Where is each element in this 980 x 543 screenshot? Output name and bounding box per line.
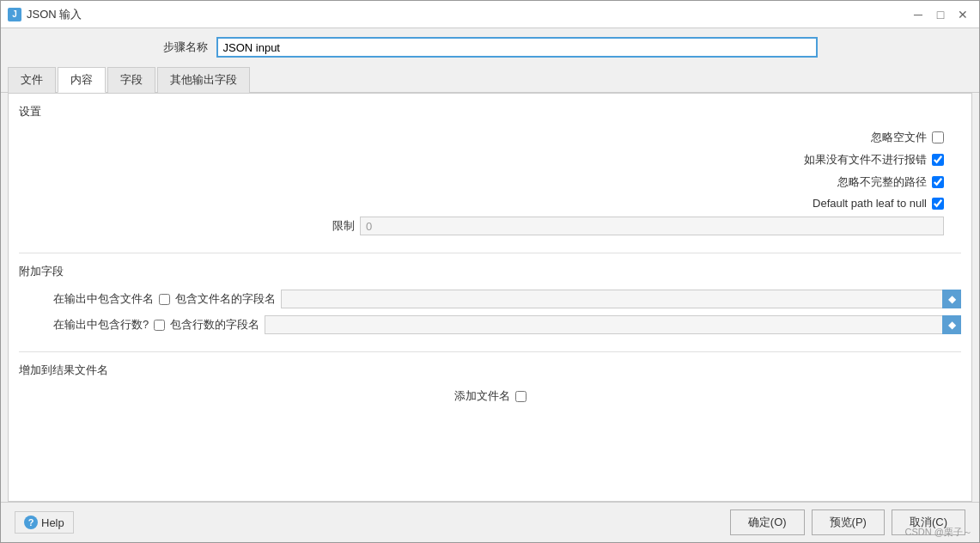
help-icon: ?	[24, 516, 38, 529]
include-rowcount-row: 在输出中包含行数? 包含行数的字段名 ◆	[19, 315, 961, 334]
help-label: Help	[41, 516, 64, 529]
limit-row: 限制	[19, 217, 961, 235]
limit-input[interactable]	[360, 217, 944, 235]
content-area: 设置 忽略空文件 如果没有文件不进行报错 忽略不完整的路径 Default pa…	[8, 93, 972, 502]
step-name-input[interactable]	[216, 37, 818, 58]
filename-field-btn[interactable]: ◆	[942, 290, 961, 308]
settings-title: 设置	[19, 104, 961, 121]
tab-other-output[interactable]: 其他输出字段	[157, 67, 250, 93]
include-rowcount-label: 在输出中包含行数?	[53, 317, 149, 333]
ignore-empty-files-label: 忽略空文件	[871, 130, 927, 145]
title-bar: J JSON 输入 ─ □ ✕	[1, 1, 979, 28]
watermark: CSDN @栗子～	[905, 526, 972, 539]
maximize-button[interactable]: □	[931, 5, 950, 24]
include-filename-row: 在输出中包含文件名 包含文件名的字段名 ◆	[19, 290, 961, 308]
error-if-no-files-label: 如果没有文件不进行报错	[804, 152, 927, 168]
ignore-incomplete-path-row: 忽略不完整的路径	[19, 174, 961, 190]
limit-label: 限制	[332, 218, 355, 234]
add-filename-row: 添加文件名	[19, 388, 961, 404]
window-title: JSON 输入	[27, 7, 82, 22]
tab-fields[interactable]: 字段	[107, 67, 155, 93]
default-path-leaf-checkbox[interactable]	[932, 198, 944, 210]
include-filename-checkbox[interactable]	[159, 294, 170, 305]
additional-fields-section: 附加字段 在输出中包含文件名 包含文件名的字段名 ◆ 在输出中包含行数? 包含行…	[19, 264, 961, 334]
error-if-no-files-row: 如果没有文件不进行报错	[19, 152, 961, 168]
add-to-result-title: 增加到结果文件名	[19, 363, 961, 380]
filename-input-wrapper: ◆	[281, 290, 961, 308]
additional-fields-title: 附加字段	[19, 264, 961, 281]
default-path-leaf-row: Default path leaf to null	[19, 197, 961, 210]
tab-file[interactable]: 文件	[8, 67, 56, 93]
add-filename-checkbox[interactable]	[515, 391, 527, 402]
filename-field-input[interactable]	[281, 290, 961, 308]
rowcount-input-wrapper: ◆	[265, 315, 961, 334]
divider-2	[19, 351, 961, 352]
confirm-button[interactable]: 确定(O)	[730, 509, 805, 535]
rowcount-field-label: 包含行数的字段名	[170, 317, 259, 333]
ignore-empty-files-checkbox[interactable]	[932, 131, 944, 143]
step-name-row: 步骤名称	[1, 28, 979, 66]
title-bar-left: J JSON 输入	[8, 7, 82, 22]
include-rowcount-checkbox[interactable]	[154, 320, 165, 331]
close-button[interactable]: ✕	[953, 5, 972, 24]
settings-section: 设置 忽略空文件 如果没有文件不进行报错 忽略不完整的路径 Default pa…	[19, 104, 961, 235]
help-button[interactable]: ? Help	[15, 511, 74, 534]
ignore-empty-files-row: 忽略空文件	[19, 130, 961, 145]
divider-1	[19, 253, 961, 253]
ignore-incomplete-path-label: 忽略不完整的路径	[837, 174, 927, 190]
add-filename-label: 添加文件名	[454, 388, 510, 404]
bottom-bar: ? Help 确定(O) 预览(P) 取消(C)	[1, 502, 979, 542]
filename-field-label: 包含文件名的字段名	[175, 291, 276, 307]
step-name-label: 步骤名称	[163, 40, 208, 55]
default-path-leaf-label: Default path leaf to null	[813, 197, 927, 210]
title-controls: ─ □ ✕	[909, 5, 972, 24]
rowcount-field-input[interactable]	[265, 315, 961, 334]
tab-content[interactable]: 内容	[58, 67, 106, 93]
ignore-incomplete-path-checkbox[interactable]	[932, 176, 944, 188]
error-if-no-files-checkbox[interactable]	[932, 154, 944, 166]
main-window: J JSON 输入 ─ □ ✕ 步骤名称 文件 内容 字段 其他输出字段 设置 …	[0, 0, 980, 543]
app-icon: J	[8, 8, 21, 21]
include-filename-label: 在输出中包含文件名	[53, 291, 154, 307]
rowcount-field-btn[interactable]: ◆	[942, 315, 961, 334]
tabs-bar: 文件 内容 字段 其他输出字段	[1, 66, 979, 93]
preview-button[interactable]: 预览(P)	[812, 509, 885, 535]
add-to-result-section: 增加到结果文件名 添加文件名	[19, 363, 961, 404]
minimize-button[interactable]: ─	[909, 5, 928, 24]
